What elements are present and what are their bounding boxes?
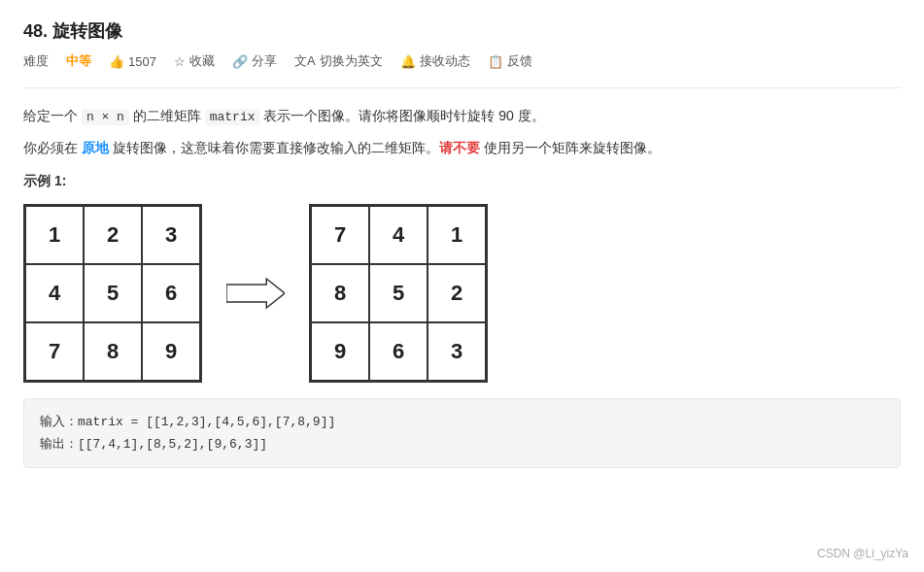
matrix-cell: 1 — [25, 206, 84, 264]
matrix-cell: 8 — [311, 264, 369, 322]
matrix-cell: 9 — [142, 322, 200, 381]
matrix-cell: 3 — [142, 206, 200, 264]
output-label: 输出： — [40, 437, 78, 452]
input-line: 输入：matrix = [[1,2,3],[4,5,6],[7,8,9]] — [40, 411, 884, 433]
matrix-cell: 9 — [311, 322, 369, 381]
switch-label: 切换为英文 — [320, 52, 383, 70]
difficulty-label: 难度 — [23, 52, 49, 70]
like-icon: 👍 — [109, 54, 124, 69]
code-matrix: matrix — [205, 109, 260, 125]
matrix-cell: 8 — [84, 322, 142, 381]
meta-row: 难度 中等 👍 1507 ☆ 收藏 🔗 分享 文A 切换为英文 🔔 接收动态 📋… — [23, 52, 901, 70]
share-label: 分享 — [252, 52, 277, 70]
matrix-cell: 7 — [311, 206, 369, 264]
page-title: 48. 旋转图像 — [23, 19, 122, 43]
in-place-text: 原地 — [82, 140, 109, 155]
divider — [23, 87, 901, 88]
matrix-cell: 3 — [428, 322, 486, 381]
switch-lang-item[interactable]: 文A 切换为英文 — [294, 52, 383, 70]
arrow-container — [222, 276, 290, 311]
matrix-cell: 5 — [369, 264, 428, 322]
collect-label: 收藏 — [189, 52, 215, 70]
collect-item[interactable]: ☆ 收藏 — [174, 52, 215, 70]
notify-label: 接收动态 — [420, 52, 470, 70]
likes-item[interactable]: 👍 1507 — [109, 54, 156, 69]
example-title: 示例 1: — [23, 173, 901, 190]
input-label: 输入： — [40, 415, 78, 429]
share-icon: 🔗 — [232, 54, 248, 69]
example-visual: 123456789 741852963 — [23, 204, 901, 383]
collect-icon: ☆ — [174, 54, 186, 69]
matrix-before: 123456789 — [23, 204, 202, 383]
matrix-after: 741852963 — [309, 204, 488, 383]
matrix-cell: 6 — [369, 322, 428, 381]
difficulty-value: 中等 — [66, 52, 91, 70]
svg-marker-0 — [226, 279, 285, 308]
matrix-cell: 2 — [84, 206, 142, 264]
matrix-cell: 4 — [25, 264, 84, 322]
desc-line1: 给定一个 n × n 的二维矩阵 matrix 表示一个图像。请你将图像顺时针旋… — [23, 104, 901, 128]
output-line: 输出：[[7,4,1],[8,5,2],[9,6,3]] — [40, 433, 884, 455]
code-nxn: n × n — [82, 109, 129, 125]
description: 给定一个 n × n 的二维矩阵 matrix 表示一个图像。请你将图像顺时针旋… — [23, 104, 901, 161]
output-value: [[7,4,1],[8,5,2],[9,6,3]] — [78, 437, 267, 452]
matrix-cell: 4 — [369, 206, 428, 264]
matrix-cell: 6 — [142, 264, 200, 322]
likes-count: 1507 — [128, 54, 156, 69]
notify-item[interactable]: 🔔 接收动态 — [400, 52, 470, 70]
feedback-item[interactable]: 📋 反馈 — [488, 52, 532, 70]
matrix-cell: 5 — [84, 264, 142, 322]
desc-line2: 你必须在 原地 旋转图像，这意味着你需要直接修改输入的二维矩阵。请不要 使用另一… — [23, 136, 901, 160]
matrix-cell: 2 — [428, 264, 486, 322]
dont-text: 请不要 — [439, 140, 480, 155]
share-item[interactable]: 🔗 分享 — [232, 52, 277, 70]
matrix-cell: 7 — [25, 322, 84, 381]
code-block: 输入：matrix = [[1,2,3],[4,5,6],[7,8,9]] 输出… — [23, 398, 901, 469]
watermark: CSDN @Li_yizYa — [817, 547, 908, 560]
notify-icon: 🔔 — [400, 54, 416, 69]
arrow-icon — [226, 276, 285, 311]
matrix-cell: 1 — [428, 206, 486, 264]
feedback-label: 反馈 — [507, 52, 532, 70]
feedback-icon: 📋 — [488, 54, 503, 69]
translate-icon: 文A — [294, 52, 316, 70]
input-value: matrix = [[1,2,3],[4,5,6],[7,8,9]] — [78, 415, 335, 429]
